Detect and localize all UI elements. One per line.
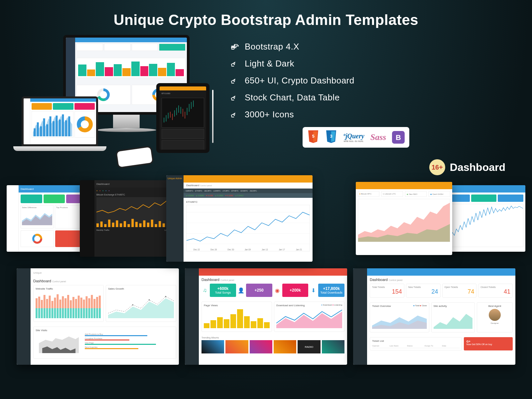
svg-rect-51 <box>128 224 130 227</box>
svg-rect-117 <box>83 308 85 318</box>
svg-rect-50 <box>124 221 126 227</box>
stylus <box>212 90 213 143</box>
coin: Dash DASH <box>433 193 443 195</box>
svg-rect-111 <box>67 308 69 318</box>
svg-rect-108 <box>59 308 61 318</box>
stat-value: +200k <box>290 288 301 293</box>
preview-card: Dashboard ●●●●● Bitcoin Exchange ETH/BTC <box>80 180 176 257</box>
svg-rect-95 <box>91 295 93 308</box>
svg-text:Dec 26: Dec 26 <box>210 248 217 251</box>
page-title: Unique Crypto Bootstrap Admin Templates <box>0 0 532 35</box>
bootstrap-badge: B <box>392 131 405 144</box>
svg-text:Jan 21: Jan 21 <box>296 248 302 251</box>
sass-badge: Sass <box>370 132 386 142</box>
pair: ZEC/BTC <box>204 190 211 192</box>
stat-label: Total Tickets <box>372 286 402 288</box>
html5-badge: 5HTML <box>307 130 319 144</box>
section-title: Ticket List <box>372 339 460 342</box>
tech-badges: 5HTML 3CSS ⟐jQuery write less. do more. … <box>303 127 409 148</box>
chart-title: Page Views <box>204 304 270 307</box>
chart-title: Sales Growth <box>108 287 174 290</box>
svg-text:B: B <box>396 133 401 142</box>
svg-rect-93 <box>85 296 87 308</box>
feature-item: Light & Dark <box>229 55 519 72</box>
svg-rect-60 <box>163 223 165 227</box>
svg-rect-14 <box>62 114 64 136</box>
svg-rect-97 <box>96 297 98 308</box>
svg-rect-101 <box>41 308 43 318</box>
svg-rect-76 <box>41 300 43 308</box>
svg-rect-98 <box>99 296 101 308</box>
stat-value: 74 <box>445 288 474 295</box>
svg-rect-123 <box>99 308 101 318</box>
dashboard-count-badge: 16+ <box>429 159 445 175</box>
svg-rect-57 <box>151 220 153 227</box>
svg-rect-45 <box>104 224 106 227</box>
svg-rect-6 <box>37 122 39 136</box>
svg-rect-11 <box>53 121 55 136</box>
svg-rect-102 <box>44 308 46 318</box>
svg-rect-53 <box>135 222 138 227</box>
svg-rect-82 <box>57 294 59 308</box>
svg-rect-94 <box>88 298 90 308</box>
phone-mockup <box>115 146 154 169</box>
svg-rect-5 <box>34 128 36 136</box>
avatar <box>489 309 501 321</box>
css3-badge: 3CSS <box>325 130 337 144</box>
pair: ETH/BTC <box>231 190 238 192</box>
svg-rect-88 <box>72 297 74 308</box>
card-title: Dashboard <box>33 279 51 283</box>
stat-label: Closed Tickets <box>480 286 510 288</box>
svg-rect-87 <box>70 300 72 308</box>
pair: LTC/BTC <box>223 190 229 192</box>
svg-rect-77 <box>44 295 46 308</box>
svg-rect-9 <box>46 124 48 136</box>
svg-rect-99 <box>36 308 38 318</box>
pair: GMR/BTC <box>186 190 193 192</box>
label: Monthly Traffic <box>96 229 109 231</box>
svg-rect-58 <box>155 224 157 227</box>
svg-rect-10 <box>50 116 52 136</box>
brand: Unique Admin <box>166 175 184 182</box>
chart-title: Ticket Overview <box>372 305 391 308</box>
card-title: Dashboard <box>370 278 388 282</box>
device-mockups: BTC/USD <box>13 35 219 161</box>
svg-rect-52 <box>131 219 134 227</box>
promo-text: Now Get 50% Off on buy <box>466 343 510 345</box>
svg-text:Jan 09: Jan 09 <box>245 248 251 251</box>
svg-rect-79 <box>49 296 51 308</box>
svg-rect-112 <box>70 308 72 318</box>
svg-rect-91 <box>80 298 82 308</box>
chart-title: Best Agent <box>479 305 510 308</box>
svg-point-124 <box>132 304 133 306</box>
tablet-mockup: BTC/USD <box>156 83 209 153</box>
stat-value: +250 <box>255 288 264 293</box>
svg-rect-75 <box>38 297 40 308</box>
svg-rect-96 <box>93 299 95 308</box>
svg-rect-81 <box>54 298 56 308</box>
svg-rect-119 <box>88 308 90 318</box>
svg-rect-105 <box>52 308 54 318</box>
svg-text:Jan 13: Jan 13 <box>262 248 268 251</box>
svg-rect-86 <box>67 295 69 308</box>
preview-card <box>442 185 525 252</box>
card-title: Dashboard <box>186 184 199 187</box>
svg-text:Jan 17: Jan 17 <box>279 248 285 251</box>
preview-card-music: Dashboard Control panel ♫ +600kTotal Son… <box>185 268 347 365</box>
point-icon <box>229 76 239 85</box>
feature-list: Bootstrap 4.X Light & Dark 650+ UI, Cryp… <box>229 35 519 175</box>
card-title: Dashboard <box>96 183 109 186</box>
stat-value: 41 <box>480 288 510 295</box>
svg-text:Dec 30: Dec 30 <box>227 248 234 251</box>
svg-rect-114 <box>75 308 77 318</box>
svg-rect-13 <box>59 120 61 136</box>
stat-value: +600k <box>217 286 229 291</box>
svg-rect-78 <box>46 299 48 308</box>
feature-item: Stock Chart, Data Table <box>229 89 519 106</box>
svg-rect-74 <box>36 298 38 308</box>
stat-label: Open Tickets <box>445 286 474 288</box>
stat-value: +17,800k <box>323 286 339 291</box>
svg-rect-90 <box>78 296 80 308</box>
section-title: Trending Albums <box>201 336 344 339</box>
feature-text: 650+ UI, Crypto Dashboard <box>245 75 354 86</box>
